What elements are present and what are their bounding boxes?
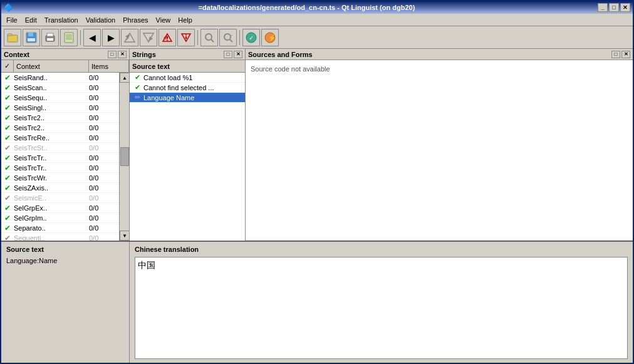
svg-rect-3	[28, 33, 33, 36]
window-controls: _ □ ✕	[598, 3, 630, 12]
source-code-text: Source code not available	[251, 65, 330, 73]
sources-forms-title: Sources and Forms	[248, 51, 313, 58]
svg-rect-7	[47, 38, 53, 41]
chinese-translation-area: Chinese translation	[130, 242, 633, 363]
list-item[interactable]: ✔SeisTrcTr..0/0	[1, 153, 119, 163]
context-scrollbar[interactable]: ▲ ▼	[119, 73, 129, 241]
list-item[interactable]: ✔Separato..0/0	[1, 223, 119, 233]
title-icon: 🔷	[4, 3, 13, 12]
context-expand-button[interactable]: □	[108, 51, 117, 58]
context-panel: Context □ ✕ ✓ Context Items ✔SeisRand..0…	[1, 49, 130, 241]
list-item[interactable]: ✔SeisSingl..0/0	[1, 103, 119, 113]
prev-danger-button[interactable]	[158, 29, 176, 46]
svg-point-26	[224, 34, 231, 40]
list-item[interactable]: ✔SelGrpEx..0/0	[1, 203, 119, 213]
string-item[interactable]: ✏ Language Name	[130, 93, 245, 103]
find-button[interactable]	[200, 29, 218, 46]
strings-close-button[interactable]: ✕	[234, 51, 242, 58]
string-pencil-icon: ✏	[131, 93, 143, 101]
next-danger-button[interactable]	[177, 29, 195, 46]
menu-validation[interactable]: Validation	[82, 15, 120, 25]
context-column-header[interactable]: Context	[14, 60, 89, 72]
list-item[interactable]: ✔SeisTrcSt..0/0	[1, 143, 119, 153]
menu-file[interactable]: File	[3, 15, 21, 25]
sources-close-button[interactable]: ✕	[621, 51, 630, 58]
sep3	[239, 30, 240, 45]
menu-help[interactable]: Help	[174, 15, 196, 25]
manual-button[interactable]	[60, 29, 78, 46]
strings-panel-header: Strings □ ✕	[130, 49, 245, 60]
strings-list: ✔ Cannot load %1 ✔ Cannot find selected …	[130, 73, 245, 241]
string-check-icon: ✔	[131, 83, 143, 91]
scroll-thumb[interactable]	[120, 147, 129, 166]
string-text: Cannot find selected ...	[143, 84, 244, 91]
check-column-header[interactable]: ✓	[1, 60, 14, 72]
sources-forms-header: Sources and Forms □ ✕	[246, 49, 633, 60]
items-column-header[interactable]: Items	[89, 60, 129, 72]
scroll-up-arrow[interactable]: ▲	[120, 73, 130, 83]
string-text: Language Name	[143, 94, 244, 101]
minimize-button[interactable]: _	[598, 3, 608, 12]
accept-button[interactable]: ⚡	[261, 29, 279, 46]
close-button[interactable]: ✕	[620, 3, 630, 12]
svg-line-25	[211, 39, 214, 42]
find-more-button[interactable]: +	[219, 29, 237, 46]
svg-rect-4	[28, 38, 35, 41]
source-text-display: Language:Name	[6, 257, 124, 264]
svg-rect-6	[47, 33, 53, 36]
context-close-button[interactable]: ✕	[118, 51, 127, 58]
list-item[interactable]: ✔SeisRand..0/0	[1, 73, 119, 83]
next-unfinished-button[interactable]	[140, 29, 157, 46]
strings-panel-title: Strings	[132, 51, 156, 58]
print-button[interactable]	[41, 29, 59, 46]
maximize-button[interactable]: □	[609, 3, 619, 12]
translation-section: Source text Language:Name Chinese transl…	[1, 241, 633, 363]
svg-marker-12	[125, 33, 135, 42]
menu-edit[interactable]: Edit	[21, 15, 41, 25]
svg-text:⚡: ⚡	[268, 34, 276, 42]
list-item[interactable]: ✔SeisTrc2..0/0	[1, 123, 119, 133]
list-item[interactable]: ✔SeisSequ..0/0	[1, 93, 119, 103]
toolbar: ◀ ▶ + ✓ ⚡	[1, 26, 633, 49]
menu-view[interactable]: View	[152, 15, 175, 25]
context-panel-header: Context □ ✕	[1, 49, 129, 60]
list-item[interactable]: ✔SeisTrcTr..0/0	[1, 163, 119, 173]
svg-line-27	[230, 39, 232, 42]
list-item[interactable]: ✔SeisScan..0/0	[1, 83, 119, 93]
menu-bar: File Edit Translation Validation Phrases…	[1, 14, 633, 26]
app-window: 🔷 =data/localizations/generated/od_cn-cn…	[0, 0, 634, 364]
list-item[interactable]: ✔SelGrpIm..0/0	[1, 213, 119, 223]
sources-expand-button[interactable]: □	[611, 51, 620, 58]
svg-text:+: +	[231, 33, 233, 37]
next-button[interactable]: ▶	[102, 29, 120, 46]
prev-button[interactable]: ◀	[83, 29, 101, 46]
done-next-button[interactable]: ✓	[242, 29, 260, 46]
svg-marker-14	[125, 34, 130, 39]
list-item[interactable]: ✔SeisZAxis..0/0	[1, 183, 119, 193]
open-button[interactable]	[4, 29, 21, 46]
save-button[interactable]	[23, 29, 40, 46]
list-item[interactable]: ✔SeisTrcWr.0/0	[1, 173, 119, 183]
svg-rect-8	[65, 33, 73, 43]
context-table-header: ✓ Context Items	[1, 60, 129, 73]
list-item[interactable]: ✔SeisTrc2..0/0	[1, 113, 119, 123]
list-item[interactable]: ✔SeismicE..0/0	[1, 193, 119, 203]
menu-phrases[interactable]: Phrases	[119, 15, 152, 25]
title-bar: 🔷 =data/localizations/generated/od_cn-cn…	[1, 1, 633, 14]
source-text-column-header: Source text	[130, 60, 245, 73]
svg-marker-15	[143, 33, 153, 42]
list-item[interactable]: ✔SeisTrcRe..0/0	[1, 133, 119, 143]
list-item[interactable]: ✔Sequenti..0/0	[1, 233, 119, 241]
chinese-label: Chinese translation	[135, 246, 628, 253]
svg-point-24	[205, 34, 212, 40]
translation-row: Source text Language:Name Chinese transl…	[1, 242, 633, 363]
prev-unfinished-button[interactable]	[121, 29, 138, 46]
svg-point-23	[185, 34, 187, 36]
chinese-translation-input[interactable]	[135, 257, 628, 359]
strings-expand-button[interactable]: □	[224, 51, 232, 58]
string-item[interactable]: ✔ Cannot find selected ...	[130, 83, 245, 93]
scroll-down-arrow[interactable]: ▼	[120, 231, 130, 241]
string-item[interactable]: ✔ Cannot load %1	[130, 73, 245, 83]
sep2	[197, 30, 198, 45]
menu-translation[interactable]: Translation	[41, 15, 82, 25]
